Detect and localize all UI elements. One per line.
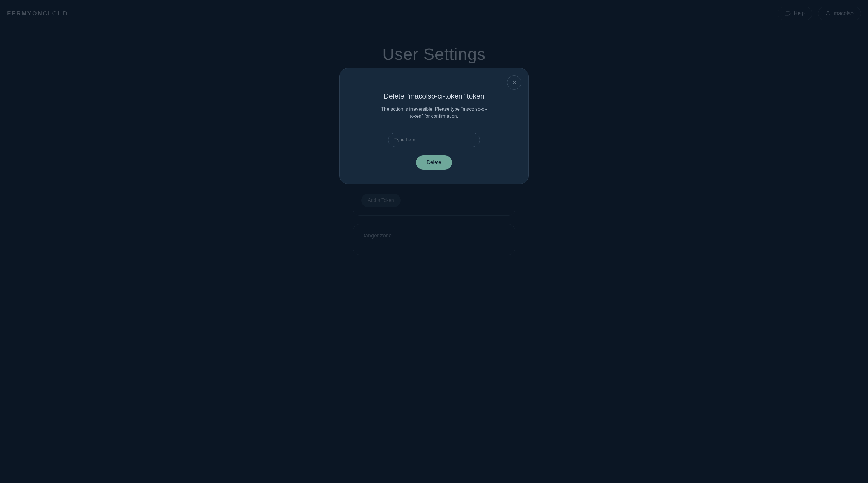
modal-description: The action is irreversible. Please type … xyxy=(375,106,493,120)
delete-token-modal: Delete "macolso-ci-token" token The acti… xyxy=(339,68,529,184)
close-icon xyxy=(511,80,517,86)
close-modal-button[interactable] xyxy=(507,76,521,90)
modal-title: Delete "macolso-ci-token" token xyxy=(384,92,484,100)
confirm-delete-button[interactable]: Delete xyxy=(416,155,452,170)
modal-overlay: Delete "macolso-ci-token" token The acti… xyxy=(0,0,868,483)
confirmation-input[interactable] xyxy=(388,133,480,147)
